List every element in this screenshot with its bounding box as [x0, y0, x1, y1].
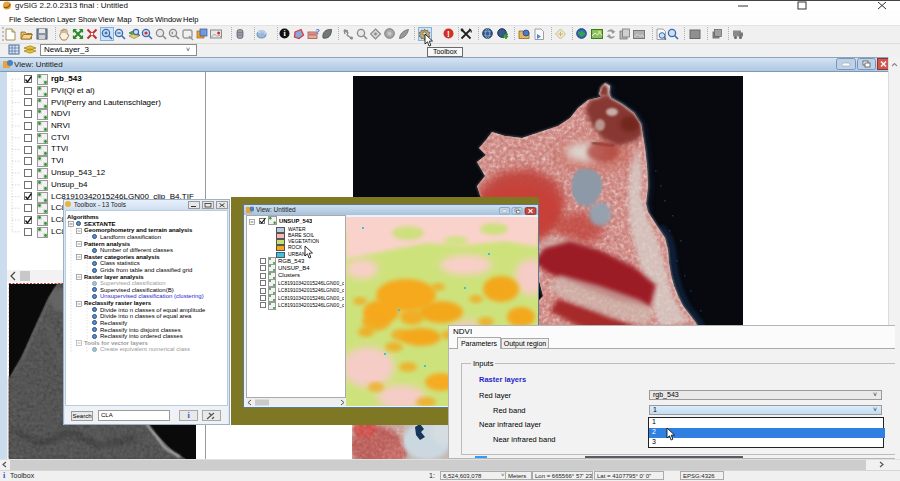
svg-text:?: ? — [316, 28, 320, 35]
svg-text:!: ! — [447, 29, 450, 39]
